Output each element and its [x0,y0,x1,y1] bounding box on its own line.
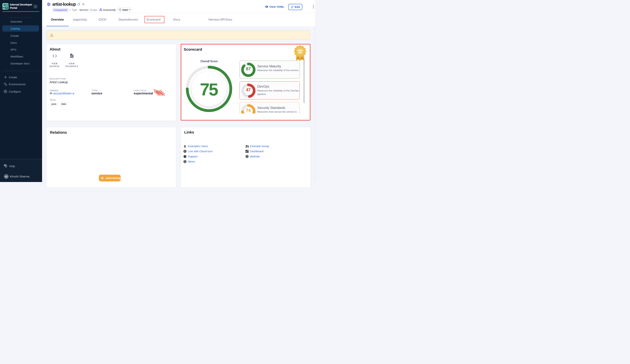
svg-text:Gold: Gold [298,49,303,52]
svg-text:?: ? [5,164,6,166]
svg-text:Tier: Tier [298,52,302,54]
svg-text:?: ? [184,155,186,158]
